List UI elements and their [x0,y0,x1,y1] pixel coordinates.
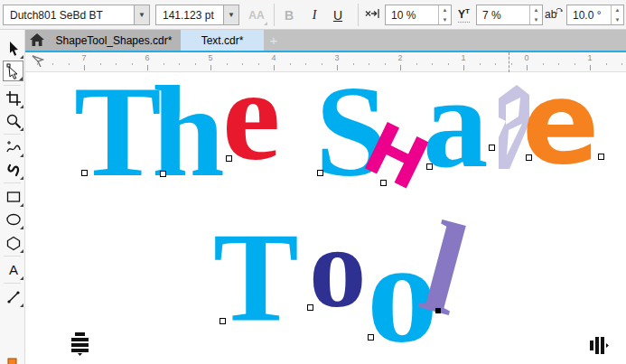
canvas-letter: T [213,213,299,341]
character-spacing-handle-icon[interactable] [590,336,612,355]
toolbox: A [0,30,25,364]
ruler-minor-tick [132,63,133,65]
font-size-combo[interactable]: 141.123 pt ▼ [155,5,239,25]
ruler-number: 0 [524,53,528,62]
text-node[interactable] [426,163,433,170]
text-node[interactable] [489,145,495,151]
text-node[interactable] [220,318,226,324]
horizontal-shift-spinner[interactable]: ▲▼ [438,5,451,24]
underline-button[interactable]: U [327,5,349,25]
ruler-minor-tick [37,63,38,65]
crop-tool[interactable] [3,88,23,108]
ruler-minor-tick [369,63,369,65]
text-node[interactable] [380,180,387,186]
underline-label: U [333,8,342,23]
ruler-major-tick [274,65,275,70]
text-node[interactable] [368,334,374,341]
rectangle-tool[interactable] [3,186,23,207]
freehand-tool[interactable] [3,136,23,157]
ruler-minor-tick [353,63,354,65]
text-node-selected[interactable] [435,308,441,313]
ellipse-tool[interactable] [3,209,23,229]
spin-up-icon[interactable]: ▲ [612,5,623,15]
horizontal-ruler[interactable]: 765432101 [25,52,626,72]
canvas-letter: e [222,72,280,181]
text-node[interactable] [81,170,88,176]
ruler-number: 7 [81,53,86,62]
spin-down-icon[interactable]: ▼ [530,15,542,25]
italic-label: I [313,8,317,23]
text-node[interactable] [160,171,166,177]
ruler-guide-marker [509,52,509,72]
font-list-dropdown-icon[interactable]: ▼ [134,5,149,24]
flyout-corner-icon [19,77,23,80]
ruler-minor-tick [290,63,291,65]
canvas-letter: T [74,72,162,197]
font-size-dropdown-icon[interactable]: ▼ [223,5,238,24]
text-node[interactable] [598,154,604,160]
spin-up-icon[interactable]: ▲ [439,5,451,15]
spin-up-icon[interactable]: ▲ [530,5,542,15]
ruler-major-tick [463,65,464,70]
character-formatting-icon: AA [248,9,264,22]
spin-down-icon[interactable]: ▼ [612,15,623,25]
flyout-corner-icon [264,22,267,25]
separator [358,4,359,26]
spin-down-icon[interactable]: ▼ [439,15,451,25]
flyout-corner-icon [20,176,23,180]
text-node[interactable] [526,154,532,161]
flyout-corner-icon [20,154,23,157]
shape-tool[interactable] [3,61,23,81]
text-node[interactable] [226,155,232,162]
ruler-minor-tick [432,63,433,65]
tab-label: ShapeTool_Shapes.cdr* [56,34,173,47]
new-tab-button[interactable]: + [264,30,284,51]
home-icon[interactable] [30,33,44,47]
ruler-number: 6 [145,53,149,62]
text-node[interactable] [307,304,313,311]
rotation-angle-spinner[interactable]: ▲▼ [611,5,623,24]
ruler-number: 3 [334,53,339,62]
polygon-tool[interactable] [3,232,23,253]
line-spacing-handle-icon[interactable] [70,332,89,356]
rotation-angle-field[interactable]: 10.0 ° ▲▼ [566,5,624,25]
vertical-shift-field[interactable]: 7 % ▲▼ [476,5,543,25]
ruler-minor-tick [242,63,243,65]
property-bar: Dutch801 SeBd BT ▼ 141.123 pt ▼ AA B I U… [0,0,626,30]
text-node[interactable] [317,170,323,176]
tab-text-cdr[interactable]: Text.cdr* [181,30,264,51]
connector-tool[interactable] [3,286,23,307]
toolbox-separator [4,134,21,135]
horizontal-shift-field[interactable]: 10 % ▲▼ [385,5,452,25]
ruler-minor-tick [385,63,386,65]
flyout-corner-icon [20,276,23,280]
fill-tool[interactable] [3,353,23,364]
bold-button[interactable]: B [278,5,300,25]
vertical-shift-spinner[interactable]: ▲▼ [529,5,542,24]
character-formatting-button[interactable]: AA [246,5,267,25]
flyout-corner-icon [20,303,23,307]
text-tool[interactable]: A [3,259,23,280]
ruler-minor-tick [258,63,259,65]
font-list-combo[interactable]: Dutch801 SeBd BT ▼ [3,5,150,25]
vertical-character-shift-icon: YT [458,7,470,23]
drawing-canvas[interactable]: TheSHaeTool [25,72,626,364]
vertical-shift-value: 7 % [477,5,529,24]
ruler-number: 2 [397,53,402,62]
flyout-corner-icon [20,55,23,59]
flyout-corner-icon [20,127,23,131]
ruler-major-tick [147,65,148,70]
artistic-media-tool[interactable] [3,159,23,180]
pick-tool[interactable] [3,38,23,59]
tab-label: Text.cdr* [201,34,244,47]
font-name-value: Dutch801 SeBd BT [4,5,134,24]
document-tab-bar: ShapeTool_Shapes.cdr* Text.cdr* + [25,30,626,51]
ruler-minor-tick [195,63,196,65]
ruler-number: 1 [461,53,465,62]
italic-button[interactable]: I [304,5,325,25]
canvas-letter: o [309,210,367,325]
ruler-minor-tick [480,63,481,65]
font-size-value: 141.123 pt [156,5,223,24]
tab-shapetool-shapes[interactable]: ShapeTool_Shapes.cdr* [47,30,181,51]
zoom-tool[interactable] [3,110,23,131]
